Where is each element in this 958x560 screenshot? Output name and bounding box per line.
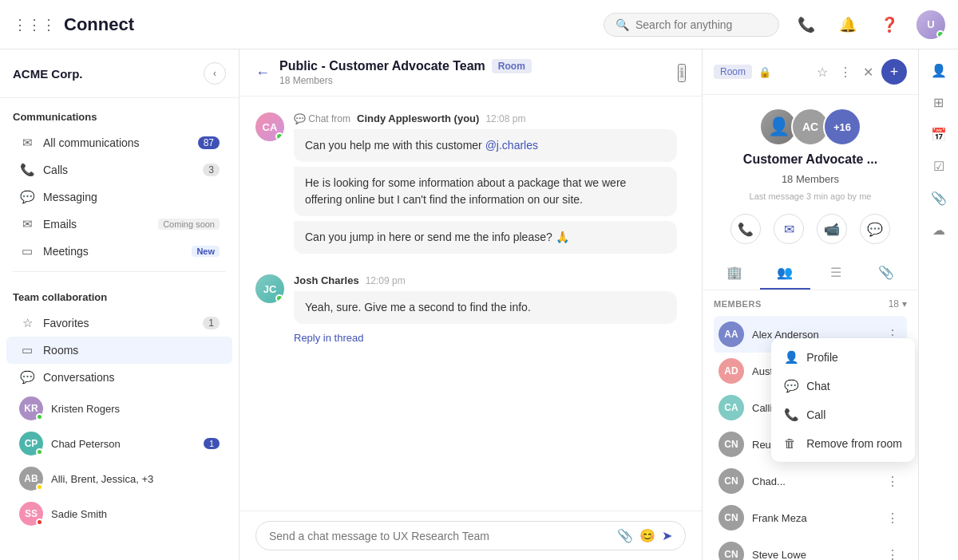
add-btn[interactable]: +: [881, 59, 907, 85]
chad-name: Chad Peterson: [51, 438, 196, 450]
sidebar-item-calls[interactable]: 📞 Calls 3: [6, 156, 232, 183]
sidebar-item-meetings[interactable]: ▭ Meetings New: [6, 238, 232, 265]
conv-item-kristen[interactable]: KR Kristen Rogers: [6, 391, 232, 426]
panel-action-row: 📞 ✉ 📹 💬: [730, 207, 890, 244]
user-avatar[interactable]: U: [916, 10, 945, 39]
rooms-label: Rooms: [43, 344, 220, 357]
video-action-btn[interactable]: 📹: [817, 214, 847, 244]
context-menu-chat[interactable]: 💬 Chat: [771, 372, 915, 400]
all-communications-badge: 87: [198, 136, 220, 149]
frank-more-btn[interactable]: ⋮: [883, 509, 902, 527]
emoji-icon[interactable]: 😊: [639, 528, 655, 543]
conv-item-group[interactable]: AB Alli, Brent, Jessica, +3: [6, 461, 232, 496]
help-icon-btn[interactable]: ❓: [875, 10, 904, 39]
messaging-icon: 💬: [19, 190, 35, 204]
panel-tab-attachments[interactable]: 📎: [861, 257, 912, 290]
cindy-sender: Cindy Applesworth (you): [357, 112, 479, 124]
member-item-steve[interactable]: CN Steve Lowe ⋮: [714, 536, 907, 560]
josh-avatar: JC: [255, 274, 284, 303]
right-panel-header: Room 🔒 ☆ ⋮ ✕ +: [703, 49, 918, 95]
call-action-btn[interactable]: 📞: [730, 214, 761, 244]
collapse-sidebar-btn[interactable]: ‹: [204, 62, 226, 85]
app-title: Connect: [64, 14, 134, 35]
sidebar-item-rooms[interactable]: ▭ Rooms: [6, 337, 232, 364]
group-name: Alli, Brent, Jessica, +3: [51, 473, 220, 485]
sidebar-item-favorites[interactable]: ☆ Favorites 1: [6, 310, 232, 337]
back-button[interactable]: ←: [255, 65, 270, 81]
mention-link[interactable]: @j.charles: [485, 139, 538, 152]
chat-message-input[interactable]: [269, 530, 611, 542]
cindy-status-dot: [275, 132, 283, 140]
star-icon: ☆: [19, 316, 35, 330]
top-header: ⋮⋮⋮ Connect 🔍 📞 🔔 ❓ U: [0, 0, 958, 49]
panel-tab-members[interactable]: 👥: [760, 257, 811, 290]
chad-p-more-btn[interactable]: ⋮: [883, 472, 902, 491]
team-collab-label: Team collaboration: [0, 278, 239, 310]
call-label: Call: [806, 408, 825, 421]
sidebar-item-emails[interactable]: ✉ Emails Coming soon: [6, 211, 232, 238]
context-menu-remove[interactable]: 🗑 Remove from room: [771, 429, 915, 457]
kristen-status-dot: [36, 413, 43, 420]
attachment-icon[interactable]: 📎: [617, 528, 633, 543]
bell-icon-btn[interactable]: 🔔: [833, 10, 862, 39]
phone-icon-btn[interactable]: 📞: [792, 10, 821, 39]
checklist-icon-btn[interactable]: ☑: [924, 152, 953, 180]
search-bar[interactable]: 🔍: [604, 13, 779, 37]
context-menu-profile[interactable]: 👤 Profile: [771, 343, 915, 372]
paperclip-icon-btn[interactable]: 📎: [924, 183, 953, 212]
kristen-name: Kristen Rogers: [51, 403, 220, 415]
sidebar: ACME Corp. ‹ Communications ✉ All commun…: [0, 49, 240, 560]
sidebar-item-conversations[interactable]: 💬 Conversations: [6, 364, 232, 391]
send-icon[interactable]: ➤: [662, 528, 672, 543]
panel-tab-info[interactable]: 🏢: [709, 257, 760, 290]
steve-avatar: CN: [718, 542, 744, 560]
josh-msg-meta: Josh Charles 12:09 pm: [294, 274, 686, 286]
chat-area: ← Public - Customer Advocate Team Room 1…: [240, 49, 703, 560]
member-item-alex[interactable]: AA Alex Anderson ⋮ 👤 Profile 💬 Chat 📞: [714, 316, 907, 353]
star-btn[interactable]: ☆: [814, 61, 831, 83]
sidebar-item-all-communications[interactable]: ✉ All communications 87: [6, 129, 232, 156]
conv-item-chad[interactable]: CP Chad Peterson 1: [6, 426, 232, 461]
member-item-chad[interactable]: CN Chad... ⋮: [714, 463, 907, 499]
cloud-icon-btn[interactable]: ☁: [924, 215, 953, 244]
message-group-josh: JC Josh Charles 12:09 pm Yeah, sure. Giv…: [255, 274, 686, 347]
rooms-icon: ▭: [19, 343, 35, 357]
panel-members-count: 18 Members: [782, 173, 839, 185]
panel-tab-list[interactable]: ☰: [810, 257, 861, 290]
member-item-frank[interactable]: CN Frank Meza ⋮: [714, 499, 907, 536]
close-panel-btn[interactable]: ✕: [860, 61, 877, 83]
favorites-label: Favorites: [43, 317, 195, 329]
chat-action-btn[interactable]: 💬: [860, 214, 890, 244]
email-action-btn[interactable]: ✉: [774, 214, 804, 244]
alex-avatar: AA: [718, 321, 744, 347]
chad-p-name: Chad...: [752, 475, 875, 487]
remove-icon: 🗑: [784, 436, 798, 450]
more-options-btn[interactable]: ⋮: [836, 61, 855, 83]
email-icon: ✉: [19, 217, 35, 231]
chad-avatar: CP: [19, 432, 43, 455]
josh-message-body: Josh Charles 12:09 pm Yeah, sure. Give m…: [294, 274, 686, 347]
chat-input-wrapper: 📎 😊 ➤: [255, 521, 686, 550]
members-count-badge: 18 ▾: [889, 298, 907, 310]
grid-view-icon-btn[interactable]: ⊞: [924, 88, 953, 116]
chat-header-info: Public - Customer Advocate Team Room 18 …: [279, 59, 668, 86]
reply-in-thread-link[interactable]: Reply in thread: [294, 329, 686, 347]
panel-room-name: Customer Advocate ...: [743, 152, 877, 167]
steve-more-btn[interactable]: ⋮: [883, 546, 902, 561]
far-right-panel: 👤 ⊞ 📅 ☑ 📎 ☁: [918, 49, 958, 560]
calls-badge: 3: [203, 164, 220, 176]
panel-profile-section: 👤 AC +16 Customer Advocate ... 18 Member…: [703, 95, 918, 257]
chat-info-button[interactable]: ℹ: [678, 64, 686, 82]
cindy-bubble-2: He is looking for some information about…: [294, 167, 677, 216]
search-input[interactable]: [635, 18, 767, 31]
sidebar-item-messaging[interactable]: 💬 Messaging: [6, 183, 232, 211]
conv-item-sadie[interactable]: SS Sadie Smith: [6, 496, 232, 531]
contacts-icon-btn[interactable]: 👤: [924, 56, 953, 85]
context-menu-call[interactable]: 📞 Call: [771, 400, 915, 429]
panel-avatar-more: +16: [823, 108, 861, 146]
room-badge: Room: [492, 59, 532, 73]
calendar-icon-btn[interactable]: 📅: [924, 120, 953, 148]
grid-icon[interactable]: ⋮⋮⋮: [13, 16, 56, 34]
reub-avatar: CN: [718, 432, 744, 457]
message-group-cindy: CA 💬 Chat from Cindy Applesworth (you) 1…: [255, 112, 686, 258]
